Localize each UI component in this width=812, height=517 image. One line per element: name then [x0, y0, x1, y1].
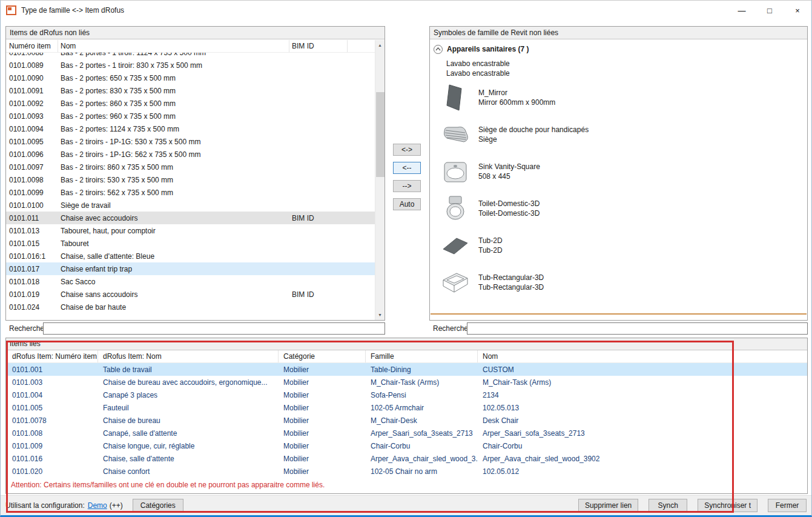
linked-item-row[interactable]: 0101.009Chaise longue, cuir, réglableMob…	[6, 439, 807, 452]
cell-categorie: Mobilier	[279, 404, 366, 412]
config-demo-link[interactable]: Demo	[88, 501, 107, 510]
cell-categorie: Mobilier	[279, 467, 366, 476]
cell-numero-item: 0101.0095	[6, 138, 58, 146]
linked-item-row[interactable]: 0101.001Table de travailMobilierTable-Di…	[6, 363, 807, 376]
cell-numero-item: 0101.0093	[6, 112, 58, 121]
synchroniser-button[interactable]: Synchroniser t	[698, 499, 758, 512]
column-famille[interactable]: Famille	[366, 350, 478, 362]
window-controls: — □ ×	[728, 1, 811, 20]
unlinked-families-panel: Symboles de famille de Revit non liées A…	[429, 26, 808, 321]
link-left-button[interactable]: <--	[393, 162, 421, 174]
cell-nom: Siège de travail	[58, 201, 289, 210]
cell-nom: Canapé, salle d'attente	[98, 429, 279, 438]
unlinked-item-row[interactable]: 0101.0096Bas - 2 tiroirs - 1P-1G: 562 x …	[6, 148, 375, 161]
fermer-button[interactable]: Fermer	[768, 499, 807, 512]
column-drofus-nom[interactable]: dRofus Item: Nom	[98, 350, 279, 362]
cell-nom: Bas - 2 portes: 860 x 735 x 500 mm	[58, 99, 289, 108]
family-symbol-text: Siège de douche pour handicapésSiège	[478, 125, 589, 144]
unlinked-item-row[interactable]: 0101.013Tabouret, haut, pour comptoir	[6, 224, 375, 237]
column-famille-nom[interactable]: Nom	[478, 350, 807, 362]
cell-nom: Bas - 2 tiroirs - 1P-1G: 530 x 735 x 500…	[58, 138, 289, 146]
cell-numero-item: 0101.004	[6, 391, 98, 399]
collapse-group-icon[interactable]	[434, 45, 443, 54]
vertical-scrollbar[interactable]: ▲ ▼	[375, 40, 385, 320]
column-categorie[interactable]: Catégorie	[279, 350, 366, 362]
right-search-input[interactable]	[467, 322, 808, 335]
family-symbol-item[interactable]: Sink Vanity-Square508 x 445	[431, 153, 807, 190]
column-drofus-numero[interactable]: dRofus Item: Numéro item	[6, 350, 98, 362]
link-right-button[interactable]: -->	[393, 180, 421, 192]
linked-item-row[interactable]: 0101.020Chaise confortMobilier102-05 Cha…	[6, 465, 807, 478]
unlinked-item-row[interactable]: 0101.019Chaise sans accoudoirsBIM ID	[6, 288, 375, 301]
unlinked-item-row[interactable]: 0101.017Chaise enfant trip trap	[6, 262, 375, 275]
family-items-list: Lavabo encastrableLavabo encastrableM_Mi…	[431, 58, 807, 301]
unlinked-item-row[interactable]: 0101.0098Bas - 2 tiroirs: 530 x 735 x 50…	[6, 173, 375, 186]
cell-famille-nom: Chair-Corbu	[478, 442, 807, 450]
maximize-button[interactable]: □	[756, 1, 784, 20]
cell-numero-item: 0101.0088	[6, 53, 58, 57]
column-numero-item[interactable]: Numéro item	[6, 40, 58, 52]
cell-nom: Chaise de bureau	[98, 416, 279, 425]
unlinked-item-row[interactable]: 0101.018Sac Sacco	[6, 275, 375, 288]
linked-item-row[interactable]: 0101.0078Chaise de bureauMobilierM_Chair…	[6, 414, 807, 427]
linked-item-row[interactable]: 0101.016Chaise, salle d'attenteMobilierA…	[6, 452, 807, 465]
family-symbol-text: Sink Vanity-Square508 x 445	[478, 162, 540, 181]
unlinked-item-row[interactable]: 0101.0100Siège de travail	[6, 199, 375, 212]
scrollbar-thumb[interactable]	[376, 92, 385, 177]
family-symbol-item[interactable]: Toilet-Domestic-3DToilet-Domestic-3D	[431, 190, 807, 227]
categories-button[interactable]: Catégories	[133, 499, 183, 512]
cell-nom: Bas - 2 tiroirs: 562 x 735 x 500 mm	[58, 188, 289, 197]
cell-famille: 102-05 Chair no arm	[366, 467, 478, 476]
sink-icon	[440, 159, 470, 184]
auto-link-button[interactable]: Auto	[393, 198, 421, 210]
minimize-button[interactable]: —	[728, 1, 756, 20]
unlinked-item-row[interactable]: 0101.0094Bas - 2 portes: 1124 x 735 x 50…	[6, 122, 375, 135]
linked-item-row[interactable]: 0101.003Chaise de bureau avec accoudoirs…	[6, 376, 807, 389]
unlinked-item-row[interactable]: 0101.0089Bas - 2 portes - 1 tiroir: 830 …	[6, 59, 375, 72]
left-search-input[interactable]	[43, 322, 385, 335]
unlinked-item-row[interactable]: 0101.0091Bas - 2 portes: 830 x 735 x 500…	[6, 84, 375, 97]
family-symbol-item[interactable]: Tub-2DTub-2D	[431, 227, 807, 264]
family-group-header[interactable]: Appareils sanitaires (7 )	[431, 40, 807, 57]
cell-famille: Sofa-Pensi	[366, 391, 478, 399]
linked-items-body: 0101.001Table de travailMobilierTable-Di…	[6, 363, 807, 478]
right-search-row: Recherche:	[429, 322, 808, 335]
family-symbol-item[interactable]: M_MirrorMirror 600mm x 900mm	[431, 79, 807, 116]
linked-item-row[interactable]: 0101.008Canapé, salle d'attenteMobilierA…	[6, 427, 807, 439]
cell-famille: M_Chair-Desk	[366, 416, 478, 425]
family-symbol-item[interactable]: Lavabo encastrableLavabo encastrable	[431, 58, 807, 79]
unlinked-item-row[interactable]: 0101.011Chaise avec accoudoirsBIM ID	[6, 212, 375, 224]
linked-item-row[interactable]: 0101.005FauteuilMobilier102-05 Armchair1…	[6, 401, 807, 414]
unlinked-items-panel-title: Items de dRofus non liés	[6, 27, 385, 39]
family-symbol-type: 508 x 445	[478, 172, 540, 181]
unlinked-item-row[interactable]: 0101.0093Bas - 2 portes: 960 x 735 x 500…	[6, 110, 375, 122]
unlinked-item-row[interactable]: 0101.015Tabouret	[6, 237, 375, 250]
cell-categorie: Mobilier	[279, 391, 366, 399]
left-search-row: Recherche:	[5, 322, 385, 335]
scroll-down-icon[interactable]: ▼	[375, 310, 385, 320]
family-symbol-item[interactable]: Siège de douche pour handicapésSiège	[431, 116, 807, 153]
unlinked-item-row[interactable]: 0101.0092Bas - 2 portes: 860 x 735 x 500…	[6, 97, 375, 110]
unlinked-item-row[interactable]: 0101.0088Bas - 2 portes - 1 tiroir: 1124…	[6, 53, 375, 59]
column-bim-id[interactable]: BIM ID	[289, 40, 348, 52]
unlinked-item-row[interactable]: 0101.0097Bas - 2 tiroirs: 860 x 735 x 50…	[6, 161, 375, 173]
cell-famille: M_Chair-Task (Arms)	[366, 378, 478, 387]
link-both-button[interactable]: <->	[393, 144, 421, 156]
cell-nom: Sac Sacco	[58, 278, 289, 286]
linked-item-row[interactable]: 0101.004Canapé 3 placesMobilierSofa-Pens…	[6, 389, 807, 401]
unlinked-item-row[interactable]: 0101.0099Bas - 2 tiroirs: 562 x 735 x 50…	[6, 186, 375, 199]
cell-nom: Chaise confort	[98, 467, 279, 476]
unlinked-item-row[interactable]: 0101.024Chaise de bar haute	[6, 301, 375, 313]
scroll-up-icon[interactable]: ▲	[375, 40, 385, 50]
unlinked-item-row[interactable]: 0101.0090Bas - 2 portes: 650 x 735 x 500…	[6, 72, 375, 84]
supprimer-lien-button[interactable]: Supprimer lien	[578, 499, 638, 512]
column-nom[interactable]: Nom	[58, 40, 289, 52]
unlinked-item-row[interactable]: 0101.016:1Chaise, salle d'attente: Bleue	[6, 250, 375, 262]
close-button[interactable]: ×	[784, 1, 811, 20]
family-symbol-item[interactable]: Tub-Rectangular-3DTub-Rectangular-3D	[431, 264, 807, 301]
synch-button[interactable]: Synch	[649, 499, 687, 512]
cell-numero-item: 0101.0089	[6, 61, 58, 70]
cell-famille: 102-05 Armchair	[366, 404, 478, 412]
cell-categorie: Mobilier	[279, 429, 366, 438]
unlinked-item-row[interactable]: 0101.0095Bas - 2 tiroirs - 1P-1G: 530 x …	[6, 135, 375, 148]
